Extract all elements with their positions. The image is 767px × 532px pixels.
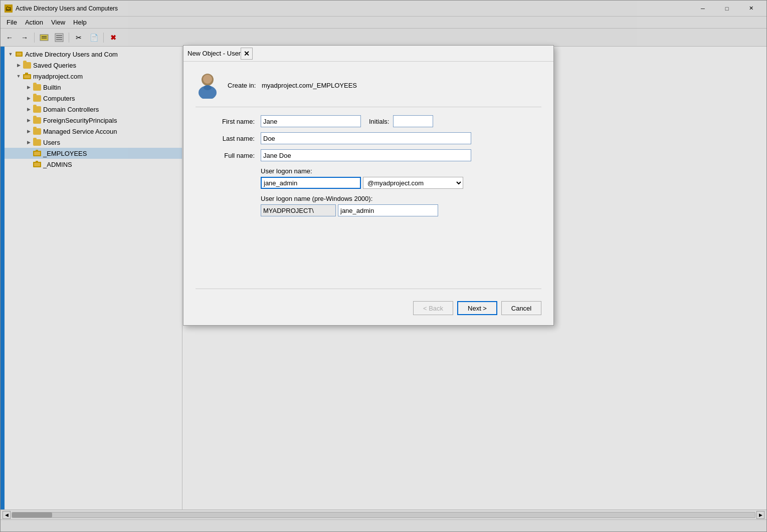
dialog-divider [196,289,541,289]
create-in-value: myadproject.com/_EMPLOYEES [262,82,357,89]
create-in-row: Create in: myadproject.com/_EMPLOYEES [196,72,541,107]
logon-name-label-row: User logon name: [196,167,541,175]
dialog-close-button[interactable]: ✕ [241,48,253,60]
svg-point-20 [203,75,212,84]
full-name-row: Full name: [196,149,541,161]
cancel-button[interactable]: Cancel [501,301,541,315]
user-avatar-icon [196,72,220,99]
last-name-row: Last name: [196,132,541,144]
pre2000-input-row [196,204,541,216]
domain-prefix-input [261,204,336,216]
logon-name-group: @myadproject.com [261,177,463,189]
dialog-title-bar: New Object - User ✕ [183,46,553,62]
full-name-input[interactable] [261,149,471,161]
dialog-overlay: New Object - User ✕ Create in [0,0,767,532]
dialog-title: New Object - User [187,50,241,57]
pre2000-input[interactable] [338,204,438,216]
logon-name-section-label: User logon name: [261,167,312,175]
last-name-input[interactable] [261,132,471,144]
first-name-input[interactable] [261,115,361,127]
initials-input[interactable] [393,115,433,127]
logon-name-input[interactable] [261,177,361,189]
next-button[interactable]: Next > [457,301,497,315]
full-name-label: Full name: [196,152,261,159]
back-button[interactable]: < Back [413,301,453,315]
svg-point-21 [204,85,212,90]
create-in-label: Create in: [228,82,256,89]
initials-label: Initials: [369,118,389,125]
initials-group: Initials: [369,115,433,127]
form-section: First name: Initials: Last name: Full na… [196,115,541,281]
last-name-label: Last name: [196,135,261,142]
first-name-label: First name: [196,118,261,125]
first-name-row: First name: Initials: [196,115,541,127]
dialog-body: Create in: myadproject.com/_EMPLOYEES Fi… [183,62,553,325]
pre2000-label-row: User logon name (pre-Windows 2000): [196,195,541,202]
new-object-dialog: New Object - User ✕ Create in [183,45,554,326]
pre2000-group [261,204,438,216]
create-in-info: Create in: myadproject.com/_EMPLOYEES [228,82,357,89]
logon-name-row: @myadproject.com [196,177,541,189]
dialog-buttons: < Back Next > Cancel [196,297,541,315]
domain-suffix-select[interactable]: @myadproject.com [363,177,463,189]
pre2000-section-label: User logon name (pre-Windows 2000): [261,195,372,202]
